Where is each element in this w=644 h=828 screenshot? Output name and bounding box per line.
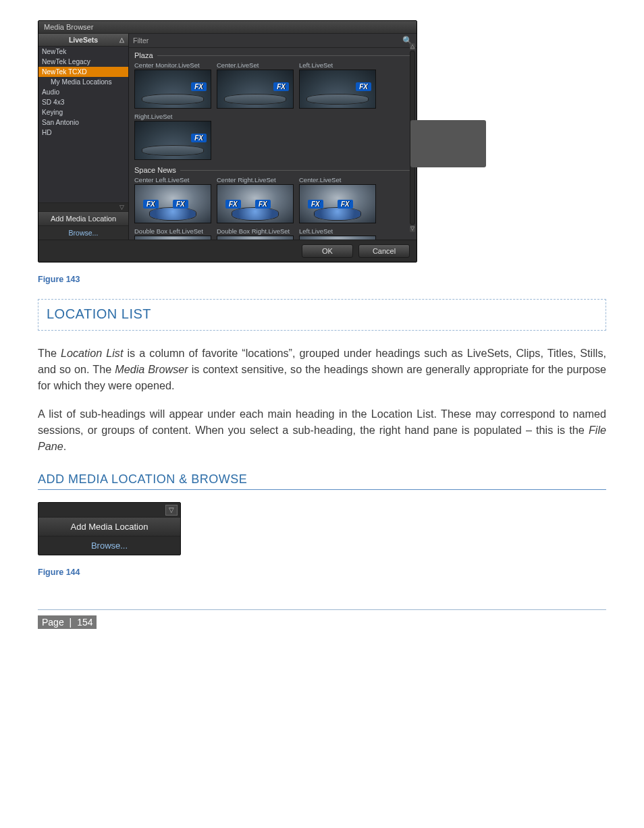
liveset-thumb[interactable]: Center.LiveSet FX FX	[299, 176, 375, 223]
dialog-button-bar: OK Cancel	[38, 240, 417, 262]
scrollbar-thumb[interactable]	[410, 120, 486, 167]
add-media-location-button[interactable]: Add Media Location	[38, 517, 180, 536]
fx-badge-icon: FX	[173, 200, 188, 209]
liveset-thumb[interactable]: Center Left.LiveSet FX FX	[134, 176, 210, 223]
thumb-caption: Center.LiveSet	[217, 61, 292, 70]
scroll-down-icon[interactable]: ▽	[38, 202, 128, 211]
liveset-thumb[interactable]: Left.LiveSet	[299, 227, 375, 240]
figure-caption: Figure 143	[38, 275, 606, 284]
browse-button[interactable]: Browse...	[38, 225, 128, 240]
filter-bar: Filter 🔍	[129, 34, 417, 48]
fx-badge-icon: FX	[143, 200, 159, 209]
thumb-caption: Double Box Left.LiveSet	[134, 227, 210, 236]
cancel-button[interactable]: Cancel	[358, 244, 410, 258]
location-item-selected[interactable]: NewTek TCXD	[38, 67, 128, 77]
thumb-caption: Right.LiveSet	[134, 113, 210, 121]
filter-label: Filter	[133, 36, 149, 45]
location-item[interactable]: NewTek Legacy	[38, 57, 128, 67]
media-browser-title: Media Browser	[38, 21, 417, 34]
section-heading: LOCATION LIST	[47, 306, 597, 322]
liveset-thumb[interactable]: Center Right.LiveSet FX FX	[217, 176, 292, 223]
media-browser-dialog: Media Browser LiveSets △ NewTek NewTek L…	[38, 20, 417, 263]
liveset-thumb[interactable]: Center.LiveSet FX	[217, 61, 292, 109]
liveset-thumb[interactable]: Right.LiveSet FX	[134, 113, 210, 160]
figure-caption: Figure 144	[38, 568, 606, 577]
footer-sep: |	[67, 617, 75, 628]
thumb-caption: Left.LiveSet	[299, 227, 375, 236]
scroll-down-icon[interactable]: ▽	[410, 225, 415, 232]
liveset-thumb[interactable]: Left.LiveSet FX	[299, 61, 375, 109]
body-paragraph: A list of sub-headings will appear under…	[38, 406, 606, 455]
fx-badge-icon: FX	[273, 82, 289, 91]
file-pane-scrollbar[interactable]: △ ▽	[410, 51, 415, 225]
scroll-up-icon[interactable]: △	[410, 43, 415, 50]
thumb-caption: Left.LiveSet	[299, 61, 375, 70]
location-item[interactable]: HD	[38, 128, 128, 138]
location-item[interactable]: San Antonio	[38, 117, 128, 128]
divider	[180, 170, 414, 171]
section-heading-box: LOCATION LIST	[38, 299, 606, 331]
liveset-thumb[interactable]: Double Box Right.LiveSet	[217, 227, 292, 240]
fx-badge-icon: FX	[191, 82, 207, 91]
location-item[interactable]: NewTek	[38, 47, 128, 57]
file-pane: Filter 🔍 Plaza Center Monitor.LiveSet FX	[129, 34, 417, 240]
location-list-heading-label: LiveSets	[69, 36, 98, 44]
location-item[interactable]: Audio	[38, 87, 128, 97]
browse-button[interactable]: Browse...	[38, 536, 180, 555]
liveset-thumb[interactable]: Center Monitor.LiveSet FX	[134, 61, 210, 109]
thumb-caption: Center Right.LiveSet	[217, 176, 292, 184]
page-footer: Page | 154	[38, 615, 97, 629]
subsection-heading: ADD MEDIA LOCATION & BROWSE	[38, 472, 606, 487]
thumb-caption: Center Left.LiveSet	[134, 176, 210, 184]
location-item[interactable]: My Media Locations	[38, 77, 128, 87]
thumb-caption: Double Box Right.LiveSet	[217, 227, 292, 236]
add-media-location-panel: ▽ Add Media Location Browse...	[38, 502, 181, 555]
group-name: Plaza	[134, 51, 153, 59]
fx-badge-icon: FX	[255, 200, 271, 209]
fx-badge-icon: FX	[191, 134, 207, 142]
fx-badge-icon: FX	[225, 200, 241, 209]
panel-scroll-row: ▽	[38, 503, 180, 517]
group-header: Plaza	[134, 49, 414, 61]
thumb-caption: Center Monitor.LiveSet	[134, 61, 210, 70]
footer-page-word: Page	[42, 617, 64, 628]
chevron-down-icon[interactable]: ▽	[165, 505, 178, 516]
group-header: Space News	[134, 164, 414, 176]
fx-badge-icon: FX	[308, 200, 323, 209]
sort-up-icon[interactable]: △	[119, 36, 124, 43]
footer-rule	[38, 609, 606, 610]
group-name: Space News	[134, 166, 176, 174]
location-item[interactable]: Keying	[38, 107, 128, 117]
add-media-location-button[interactable]: Add Media Location	[38, 211, 128, 225]
location-list: NewTek NewTek Legacy NewTek TCXD My Medi…	[38, 47, 128, 202]
location-item[interactable]: SD 4x3	[38, 97, 128, 107]
location-list-sidebar: LiveSets △ NewTek NewTek Legacy NewTek T…	[38, 34, 129, 240]
heading-rule	[38, 489, 606, 490]
body-paragraph: The Location List is a column of favorit…	[38, 346, 606, 394]
fx-badge-icon: FX	[356, 82, 371, 91]
divider	[157, 55, 414, 56]
location-list-heading[interactable]: LiveSets △	[38, 34, 128, 47]
fx-badge-icon: FX	[338, 200, 353, 209]
thumb-caption: Center.LiveSet	[299, 176, 375, 184]
liveset-thumb[interactable]: Double Box Left.LiveSet	[134, 227, 210, 240]
ok-button[interactable]: OK	[302, 244, 353, 258]
footer-page-number: 154	[77, 617, 92, 628]
